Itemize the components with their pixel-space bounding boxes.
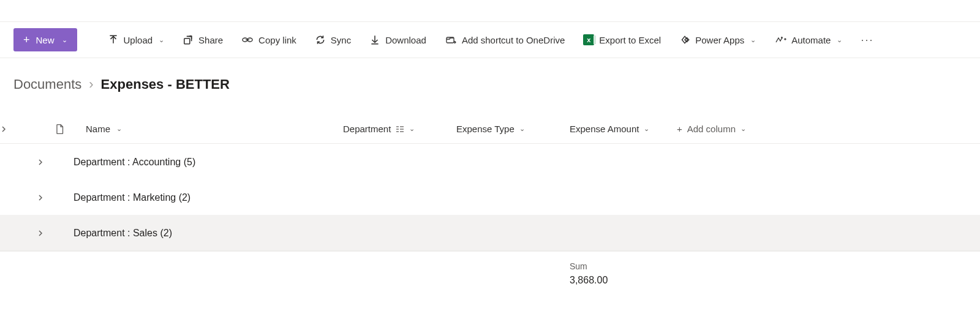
svg-rect-2	[184, 39, 190, 44]
svg-marker-11	[685, 38, 689, 42]
download-icon	[369, 34, 380, 45]
chevron-down-icon: ⌄	[837, 36, 842, 44]
upload-button[interactable]: Upload ⌄	[102, 28, 171, 51]
share-icon	[183, 34, 194, 45]
excel-icon: x	[583, 34, 594, 45]
chevron-down-icon: ⌄	[159, 36, 164, 44]
export-excel-button[interactable]: x Export to Excel	[577, 28, 667, 51]
chevron-down-icon: ⌄	[519, 125, 525, 133]
name-column-label: Name	[86, 124, 110, 134]
plus-icon: +	[23, 34, 30, 45]
totals-label: Sum	[570, 261, 980, 271]
name-column-header[interactable]: Name ⌄	[86, 124, 343, 134]
add-column-button[interactable]: + Add column ⌄	[677, 124, 980, 134]
expense-amount-column-header[interactable]: Expense Amount ⌄	[570, 124, 677, 134]
group-row-sales[interactable]: Department : Sales (2)	[0, 215, 980, 250]
chevron-down-icon: ⌄	[750, 36, 756, 44]
share-button[interactable]: Share	[176, 28, 229, 51]
add-shortcut-label: Add shortcut to OneDrive	[462, 35, 565, 45]
power-apps-label: Power Apps	[695, 35, 744, 45]
automate-button[interactable]: Automate ⌄	[768, 28, 848, 51]
group-row-accounting[interactable]: Department : Accounting (5)	[0, 144, 980, 179]
chevron-down-icon: ⌄	[409, 125, 415, 133]
copy-link-label: Copy link	[258, 35, 296, 45]
power-apps-icon	[679, 34, 690, 45]
group-expand-toggle[interactable]	[0, 230, 55, 237]
add-shortcut-button[interactable]: Add shortcut to OneDrive	[439, 28, 571, 51]
breadcrumb: Documents › Expenses - BETTER	[0, 58, 980, 92]
column-totals: Sum 3,868.00	[0, 261, 980, 286]
expense-amount-column-label: Expense Amount	[570, 124, 639, 134]
group-label: Department : Sales (2)	[55, 228, 172, 239]
sync-icon	[315, 34, 326, 45]
grouped-by-icon	[396, 125, 404, 133]
chevron-down-icon: ⌄	[62, 36, 67, 44]
expand-all-toggle[interactable]	[0, 125, 55, 133]
download-label: Download	[385, 35, 426, 45]
copy-link-button[interactable]: Copy link	[235, 28, 303, 51]
automate-label: Automate	[791, 35, 831, 45]
group-label: Department : Marketing (2)	[55, 192, 190, 203]
more-icon: ···	[861, 34, 873, 47]
breadcrumb-root[interactable]: Documents	[13, 77, 81, 92]
column-header-row: Name ⌄ Department ⌄ Expense Type ⌄ Expen…	[0, 114, 980, 144]
group-label: Department : Accounting (5)	[55, 157, 195, 168]
totals-value: 3,868.00	[570, 275, 980, 286]
group-row-marketing[interactable]: Department : Marketing (2)	[0, 179, 980, 215]
group-expand-toggle[interactable]	[0, 194, 55, 201]
list-view: Name ⌄ Department ⌄ Expense Type ⌄ Expen…	[0, 114, 980, 252]
share-label: Share	[198, 35, 223, 45]
more-actions-button[interactable]: ···	[854, 28, 880, 51]
command-bar: + New ⌄ Upload ⌄ Share Copy link	[0, 21, 980, 58]
chevron-down-icon: ⌄	[644, 125, 649, 133]
new-button-label: New	[36, 35, 55, 45]
onedrive-shortcut-icon	[445, 34, 457, 45]
new-button[interactable]: + New ⌄	[13, 28, 77, 51]
group-rows: Department : Accounting (5) Department :…	[0, 144, 980, 251]
upload-icon	[108, 34, 119, 45]
expense-type-column-header[interactable]: Expense Type ⌄	[456, 124, 570, 134]
chevron-right-icon: ›	[89, 77, 93, 92]
file-type-column-header[interactable]	[55, 124, 86, 135]
link-icon	[241, 34, 254, 45]
sync-button[interactable]: Sync	[309, 28, 357, 51]
plus-icon: +	[677, 124, 682, 134]
group-expand-toggle[interactable]	[0, 159, 55, 166]
chevron-down-icon: ⌄	[741, 125, 746, 133]
upload-label: Upload	[124, 35, 153, 45]
sync-label: Sync	[331, 35, 351, 45]
department-column-label: Department	[343, 124, 391, 134]
download-button[interactable]: Download	[363, 28, 432, 51]
chevron-down-icon: ⌄	[116, 125, 122, 133]
export-excel-label: Export to Excel	[599, 35, 661, 45]
expense-type-column-label: Expense Type	[456, 124, 514, 134]
automate-icon	[774, 34, 786, 45]
power-apps-button[interactable]: Power Apps ⌄	[673, 28, 762, 51]
breadcrumb-current: Expenses - BETTER	[101, 77, 230, 92]
department-column-header[interactable]: Department ⌄	[343, 124, 456, 134]
add-column-label: Add column	[687, 124, 736, 134]
